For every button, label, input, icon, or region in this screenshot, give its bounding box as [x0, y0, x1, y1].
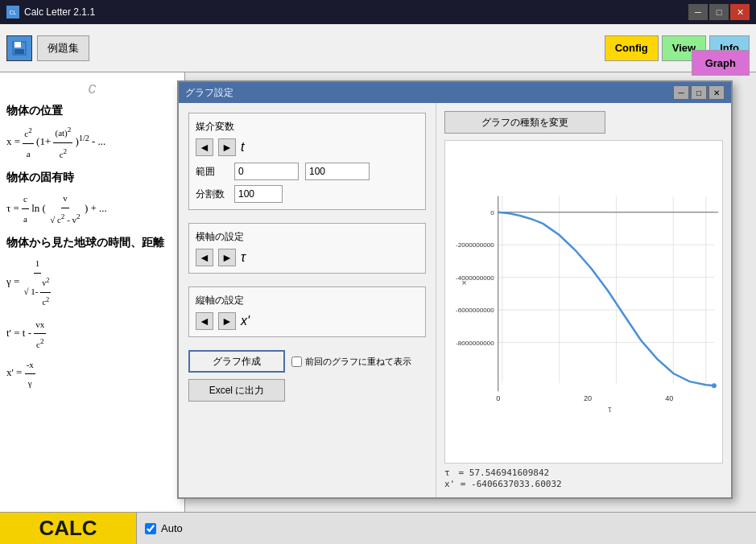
param-variable-label: 媒介変数 [196, 120, 419, 134]
x-axis-value: τ [241, 250, 265, 265]
status-line1: τ = 57.546941609842 [444, 467, 723, 479]
svg-text:40: 40 [665, 394, 673, 402]
division-row: 分割数 [196, 185, 419, 203]
status-line2: x' = -6406637033.60032 [444, 479, 723, 489]
app-title: Calc Letter 2.1.1 [24, 6, 688, 18]
calc-label: CALC [39, 516, 97, 541]
formula-xprime: x' = -x γ [6, 356, 178, 392]
title-bar: CL Calc Letter 2.1.1 ─ □ ✕ [0, 0, 756, 24]
y-axis-label: 縦軸の設定 [196, 294, 419, 307]
x-axis-section: 横軸の設定 ◄ ► τ [188, 223, 426, 274]
x-axis-next-button[interactable]: ► [218, 249, 236, 266]
param-prev-button[interactable]: ◄ [196, 138, 213, 156]
auto-label: Auto [161, 522, 183, 534]
create-graph-button[interactable]: グラフ作成 [188, 350, 285, 373]
y-axis-nav-row: ◄ ► x' [196, 312, 419, 330]
svg-text:CL: CL [10, 10, 17, 15]
range-label: 範囲 [196, 165, 228, 179]
y-axis-value: x' [241, 314, 265, 328]
app-icon: CL [6, 6, 19, 19]
svg-text:0: 0 [496, 394, 500, 402]
section1-title: 物体の位置 [6, 104, 178, 118]
auto-section: Auto [137, 522, 183, 534]
dialog-left-panel: 媒介変数 ◄ ► t 範囲 分割数 [179, 103, 436, 497]
y-axis-section: 縦軸の設定 ◄ ► x' [188, 286, 426, 337]
status-values: τ = 57.546941609842 x' = -6406637033.600… [444, 467, 723, 489]
dialog-action-area: グラフ作成 前回のグラフに重ねて表示 Excel に出力 [188, 350, 426, 402]
svg-point-28 [712, 383, 717, 388]
division-label: 分割数 [196, 188, 228, 201]
overlay-label: 前回のグラフに重ねて表示 [305, 356, 411, 368]
graph-button[interactable]: Graph [692, 50, 750, 76]
config-button[interactable]: Config [605, 35, 659, 61]
graph-svg: 0 -2000000000 -4000000000 -6000000000 -8… [445, 141, 722, 463]
param-variable-section: 媒介変数 ◄ ► t 範囲 分割数 [188, 113, 426, 210]
range-to-input[interactable] [305, 163, 370, 180]
svg-text:×: × [461, 278, 467, 287]
dialog-controls: ─ □ ✕ [673, 85, 725, 100]
formula-panel: c 物体の位置 x = c2 a (1+ (at)2 c2 )1/2 - ...… [0, 72, 185, 512]
formula-position: x = c2 a (1+ (at)2 c2 )1/2 - ... [6, 122, 178, 164]
param-value: t [241, 140, 265, 155]
dialog-body: 媒介変数 ◄ ► t 範囲 分割数 [179, 103, 731, 497]
calc-badge: CALC [0, 513, 137, 545]
x-axis-prev-button[interactable]: ◄ [196, 249, 213, 266]
formula-tprime: t' = t - vx c2 [6, 315, 178, 353]
svg-text:-8000000000: -8000000000 [456, 340, 494, 347]
window-controls: ─ □ ✕ [688, 4, 750, 20]
x-axis-label: 横軸の設定 [196, 230, 419, 244]
close-button[interactable]: ✕ [730, 4, 750, 20]
graph-dialog: グラフ設定 ─ □ ✕ 媒介変数 ◄ ► t [177, 80, 733, 499]
svg-text:0: 0 [490, 209, 494, 216]
param-nav-row: ◄ ► t [196, 138, 419, 156]
param-next-button[interactable]: ► [218, 138, 236, 156]
dialog-title-bar: グラフ設定 ─ □ ✕ [179, 82, 731, 103]
y-axis-prev-button[interactable]: ◄ [196, 312, 213, 330]
excel-button[interactable]: Excel に出力 [188, 379, 285, 402]
section2-title: 物体の固有時 [6, 171, 178, 185]
svg-rect-5 [445, 188, 722, 415]
svg-text:-6000000000: -6000000000 [456, 307, 494, 314]
maximize-button[interactable]: □ [709, 4, 729, 20]
graph-area: 0 -2000000000 -4000000000 -6000000000 -8… [444, 140, 723, 464]
section3-title: 物体から見た地球の時間、距離 [6, 236, 178, 250]
dialog-title: グラフ設定 [185, 86, 673, 100]
range-from-input[interactable] [234, 163, 299, 180]
dialog-close-button[interactable]: ✕ [708, 85, 725, 100]
status-bar: CALC Auto [0, 512, 756, 544]
x-axis-nav-row: ◄ ► τ [196, 249, 419, 266]
formula-proper-time: τ = c a ln ( v √ c2 - v2 ) + ... [6, 188, 178, 229]
y-axis-next-button[interactable]: ► [218, 312, 236, 330]
dialog-minimize-button[interactable]: ─ [673, 85, 689, 100]
overlay-checkbox-row: 前回のグラフに重ねて表示 [291, 356, 411, 368]
svg-text:-2000000000: -2000000000 [456, 241, 494, 249]
dialog-maximize-button[interactable]: □ [691, 85, 707, 100]
division-input[interactable] [234, 185, 283, 203]
dialog-right-panel: グラフの種類を変更 [436, 103, 731, 497]
range-row: 範囲 [196, 163, 419, 180]
overlay-checkbox[interactable] [291, 356, 302, 367]
example-button[interactable]: 例題集 [37, 35, 89, 61]
save-button[interactable] [6, 35, 32, 61]
auto-checkbox[interactable] [145, 523, 156, 534]
formula-gamma: γ = 1 √ 1- v2 c2 [6, 253, 178, 312]
main-area: c 物体の位置 x = c2 a (1+ (at)2 c2 )1/2 - ...… [0, 72, 756, 512]
toolbar: 例題集 Config View Info [0, 24, 756, 72]
svg-text:20: 20 [584, 394, 592, 402]
svg-rect-4 [14, 49, 24, 54]
svg-text:τ: τ [608, 405, 611, 414]
svg-rect-3 [14, 42, 21, 47]
minimize-button[interactable]: ─ [688, 4, 708, 20]
change-graph-type-button[interactable]: グラフの種類を変更 [444, 111, 605, 134]
